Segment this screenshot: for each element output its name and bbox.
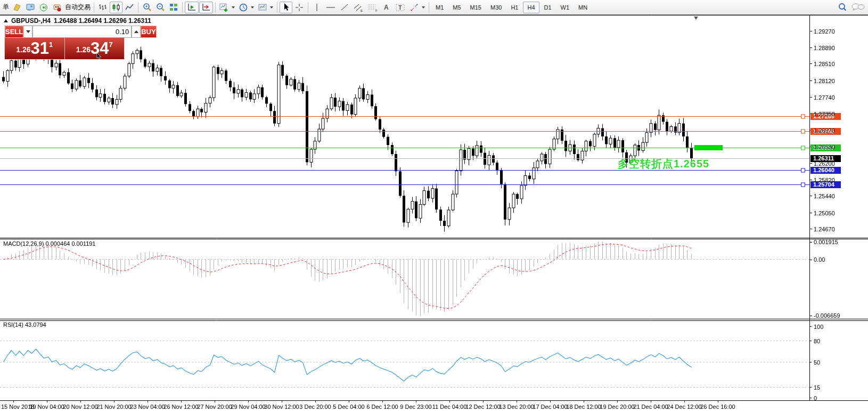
arrows-icon [410, 3, 419, 12]
chat-button[interactable] [849, 2, 866, 13]
autotrading-toggle[interactable]: 自动交易 [64, 3, 92, 12]
signals-icon [39, 3, 48, 12]
toolbar-separator [277, 2, 277, 13]
horizontal-line-icon [325, 3, 336, 12]
bar-chart-button[interactable] [96, 2, 109, 13]
candlestick-chart-button[interactable] [110, 2, 122, 13]
text-label-tool-button[interactable]: T [394, 2, 407, 13]
svg-text:E: E [361, 9, 363, 12]
text-icon: A [382, 3, 391, 12]
trendline-tool-button[interactable] [338, 2, 351, 13]
indicators-button[interactable] [218, 2, 231, 13]
templates-icon [258, 3, 267, 12]
search-symbol-button[interactable] [836, 2, 849, 13]
fibonacci-icon: F [367, 3, 378, 12]
timeframe-button-h1[interactable]: H1 [506, 2, 522, 13]
timeframe-group: M1M5M15M30H1H4D1W1MN [431, 2, 592, 13]
timeframe-button-m1[interactable]: M1 [431, 2, 448, 13]
main-toolbar: 单 自动交易 [0, 0, 868, 15]
bar-chart-icon [98, 3, 108, 12]
horizontal-line-tool-button[interactable] [324, 2, 338, 13]
new-order-button[interactable]: 单 [2, 3, 10, 12]
tile-windows-button[interactable] [167, 2, 180, 13]
auto-scroll-icon [186, 3, 197, 12]
svg-text:F: F [375, 9, 378, 12]
expert-advisors-button[interactable] [51, 2, 63, 13]
toolbar-right-group [836, 2, 866, 13]
indicators-dropdown-icon[interactable] [232, 6, 235, 9]
line-chart-icon [125, 3, 134, 12]
toolbar-separator [215, 2, 216, 13]
tile-windows-icon [169, 3, 178, 12]
timeframe-button-mn[interactable]: MN [574, 2, 592, 13]
line-chart-button[interactable] [123, 2, 136, 13]
timeframe-button-m30[interactable]: M30 [486, 2, 506, 13]
chart-canvas[interactable] [0, 15, 868, 411]
periods-clock-icon [239, 3, 248, 12]
market-watch-icon [12, 3, 22, 12]
market-watch-button[interactable] [11, 2, 23, 13]
timeframe-button-m15[interactable]: M15 [466, 2, 486, 13]
indicators-icon [219, 3, 229, 12]
cursor-icon [282, 3, 290, 12]
data-window-icon [26, 3, 35, 12]
expert-advisors-icon [52, 3, 62, 12]
zoom-out-button[interactable] [154, 2, 167, 13]
timeframe-button-m5[interactable]: M5 [448, 2, 465, 13]
toolbar-separator [138, 2, 138, 13]
vertical-line-tool-button[interactable] [310, 2, 323, 13]
chat-icon [851, 2, 865, 13]
toolbar-separator [429, 2, 429, 13]
toolbar-separator [308, 2, 308, 13]
signals-button[interactable] [37, 2, 50, 13]
equidistant-channel-icon: E [353, 3, 364, 12]
text-label-icon: T [395, 3, 406, 12]
equidistant-channel-tool-button[interactable]: E [351, 2, 365, 13]
trendline-icon [340, 3, 349, 12]
chart-shift-button[interactable] [199, 2, 213, 13]
text-tool-button[interactable]: A [380, 2, 393, 13]
arrows-dropdown-icon[interactable] [422, 6, 425, 9]
zoom-in-button[interactable] [141, 2, 153, 13]
cursor-tool-button[interactable] [280, 2, 292, 13]
zoom-out-icon [155, 3, 165, 12]
candlestick-chart-icon [111, 3, 121, 12]
periods-button[interactable] [237, 2, 250, 13]
templates-dropdown-icon[interactable] [270, 6, 273, 9]
fibonacci-tool-button[interactable]: F [366, 2, 380, 13]
crosshair-tool-button[interactable] [293, 2, 306, 13]
svg-text:T: T [398, 4, 402, 11]
data-window-button[interactable] [24, 2, 37, 13]
timeframe-button-w1[interactable]: W1 [556, 2, 574, 13]
chart-shift-icon [201, 3, 211, 12]
toolbar-separator [94, 2, 94, 13]
arrows-tool-button[interactable] [408, 2, 421, 13]
zoom-in-icon [142, 3, 152, 12]
auto-scroll-button[interactable] [185, 2, 199, 13]
timeframe-button-h4[interactable]: H4 [523, 2, 539, 13]
templates-button[interactable] [256, 2, 269, 13]
crosshair-icon [294, 3, 304, 12]
chart-window: GBPUSD-,H4 1.26488 1.26494 1.26296 1.263… [0, 15, 868, 411]
timeframe-button-d1[interactable]: D1 [540, 2, 556, 13]
toolbar-separator [182, 2, 183, 13]
svg-text:A: A [384, 4, 389, 11]
periods-dropdown-icon[interactable] [251, 6, 254, 9]
search-icon [837, 2, 848, 13]
vertical-line-icon [313, 3, 321, 12]
